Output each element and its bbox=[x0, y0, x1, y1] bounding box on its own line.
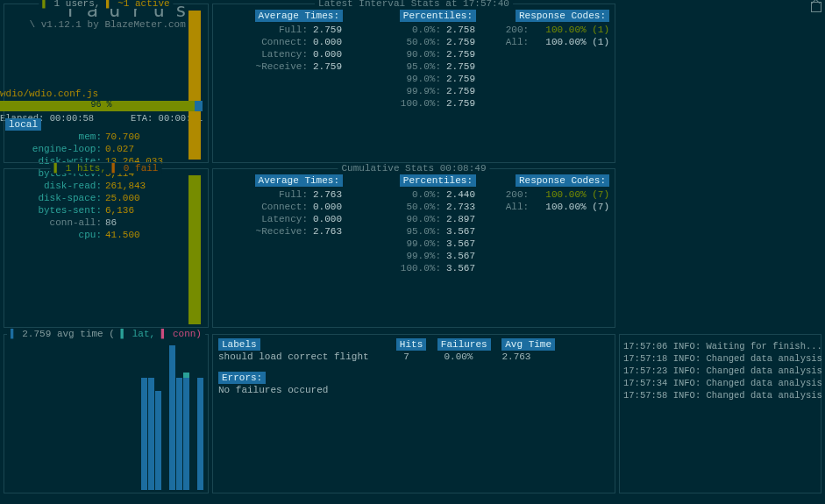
cumulative-title: Cumulative Stats 00:08:49 bbox=[338, 163, 489, 174]
fail-count: 0 fail bbox=[124, 163, 159, 174]
active-count: ~1 active bbox=[117, 0, 169, 9]
external-link-icon[interactable] bbox=[811, 2, 821, 12]
log-line: 17:57:34 INFO: Changed data analysis del… bbox=[623, 377, 817, 389]
users-count: 1 users, bbox=[54, 0, 101, 9]
labels-header: Labels Hits Failures Avg Time bbox=[218, 338, 609, 351]
conn-label: conn) bbox=[173, 329, 202, 339]
panel-interval: Latest Interval Stats at 17:57:40 Averag… bbox=[212, 4, 615, 163]
avgtime-bar bbox=[148, 378, 154, 490]
col-failures: Failures bbox=[437, 338, 491, 351]
hits-bar bbox=[188, 175, 201, 324]
log-line: 17:57:18 INFO: Changed data analysis del… bbox=[623, 352, 817, 365]
col-hits: Hits bbox=[396, 338, 426, 351]
errors-header: Errors: bbox=[218, 372, 266, 384]
lat-label: lat, bbox=[132, 329, 155, 339]
panel-avgtime-title: ▌ 2.759 avg time ( ▌ lat, ▌ conn) bbox=[7, 329, 205, 339]
panel-hits: ▌ 1 hits, ▌ 0 fail bbox=[4, 168, 209, 328]
panel-users: ▌ 1 users, ▌ ~1 active bbox=[4, 4, 209, 163]
panel-labels: Labels Hits Failures Avg Time should loa… bbox=[212, 334, 615, 493]
progress-pct: 96 % bbox=[0, 100, 203, 110]
hits-count: 1 hits, bbox=[66, 163, 106, 174]
panel-users-title: ▌ 1 users, ▌ ~1 active bbox=[39, 0, 173, 9]
errors-text: No failures occured bbox=[218, 384, 609, 396]
log-line: 17:57:58 INFO: Changed data analysis del… bbox=[623, 389, 817, 401]
avgtime-bar bbox=[155, 391, 161, 490]
panel-hits-title: ▌ 1 hits, ▌ 0 fail bbox=[51, 163, 162, 174]
users-bar bbox=[188, 11, 201, 160]
col-avgtime: Avg Time bbox=[501, 338, 555, 351]
panel-log: 17:57:06 INFO: Waiting for finish...17:5… bbox=[619, 334, 821, 493]
col-labels: Labels bbox=[218, 338, 260, 351]
progress-bar: 96 % bbox=[0, 101, 203, 111]
log-line: 17:57:06 INFO: Waiting for finish... bbox=[623, 340, 817, 352]
avgtime-value: 2.759 avg time ( bbox=[22, 329, 115, 339]
avgtime-bar bbox=[176, 378, 182, 490]
interval-title: Latest Interval Stats at 17:57:40 bbox=[315, 0, 513, 9]
avgtime-bar bbox=[183, 378, 189, 490]
table-row: should load correct flight 7 0.00% 2.763 bbox=[218, 351, 609, 363]
avgtime-bar bbox=[197, 378, 203, 490]
log-line: 17:57:23 INFO: Changed data analysis del… bbox=[623, 365, 817, 377]
avgtime-bar bbox=[169, 345, 175, 490]
panel-cumulative: Cumulative Stats 00:08:49 Average Times:… bbox=[212, 168, 615, 328]
panel-avgtime: ▌ 2.759 avg time ( ▌ lat, ▌ conn) bbox=[4, 334, 209, 493]
avgtime-bar bbox=[141, 378, 147, 490]
